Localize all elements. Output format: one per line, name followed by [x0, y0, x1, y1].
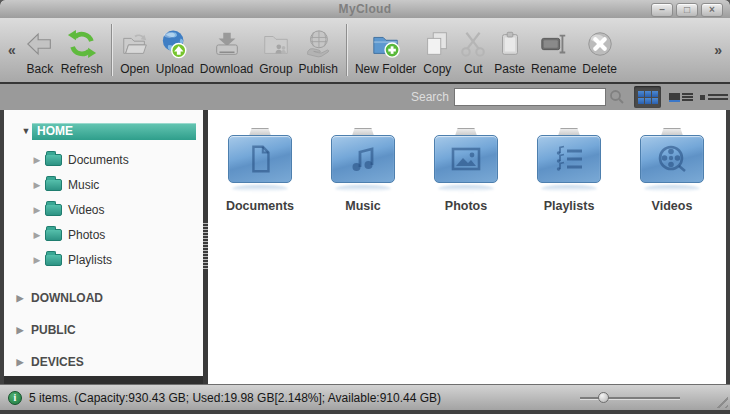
folder-playlists[interactable]: Playlists: [531, 128, 607, 213]
toolbar-separator: [346, 24, 347, 76]
window-bottom-border: [0, 410, 730, 414]
sidebar-item-label: DOWNLOAD: [31, 291, 103, 305]
sidebar-item-devices[interactable]: ▶ DEVICES: [4, 346, 203, 376]
zoom-slider-knob[interactable]: [598, 392, 609, 403]
sidebar-item-public[interactable]: ▶ PUBLIC: [4, 314, 203, 346]
toolbar-group-transfer: Open Upload: [115, 18, 343, 82]
publish-button[interactable]: Publish: [296, 27, 341, 78]
chevron-right-icon[interactable]: ▶: [14, 325, 26, 335]
folder-music[interactable]: Music: [325, 128, 401, 213]
sidebar-item-home[interactable]: ▼ HOME: [4, 122, 203, 140]
open-folder-icon: [120, 29, 150, 59]
list-view-button[interactable]: [667, 86, 694, 108]
search-bar: Search: [0, 84, 730, 110]
refresh-icon: [67, 29, 97, 59]
folder-videos[interactable]: Videos: [634, 128, 710, 213]
new-folder-button[interactable]: New Folder: [352, 27, 419, 78]
refresh-button[interactable]: Refresh: [58, 27, 106, 78]
minimize-button[interactable]: –: [651, 3, 673, 17]
sidebar-item-playlists[interactable]: ▶ Playlists: [4, 247, 203, 272]
sidebar-item-download[interactable]: ▶ DOWNLOAD: [4, 282, 203, 314]
sidebar-item-label: Documents: [68, 153, 129, 167]
sidebar-item-videos[interactable]: ▶ Videos: [4, 197, 203, 222]
toolbar-separator: [111, 24, 112, 76]
detail-view-button[interactable]: [700, 86, 727, 108]
toolbar-collapse-left-icon[interactable]: «: [4, 42, 20, 58]
splitter-grip-icon: [203, 223, 208, 271]
chevron-right-icon[interactable]: ▶: [31, 205, 43, 215]
maximize-button[interactable]: □: [676, 3, 698, 17]
photos-folder-icon: [434, 128, 498, 190]
sidebar-item-documents[interactable]: ▶ Documents: [4, 147, 203, 172]
mycloud-window: MyCloud – □ × « Back: [0, 0, 730, 414]
publish-globe-icon: [303, 29, 333, 59]
upload-button[interactable]: Upload: [153, 27, 197, 78]
toolbar-group-edit: New Folder Copy: [350, 18, 622, 82]
folder-icon: [45, 154, 62, 166]
status-text: 5 items. (Capacity:930.43 GB; Used:19.98…: [29, 391, 580, 405]
chevron-right-icon[interactable]: ▶: [31, 255, 43, 265]
grid-view-button[interactable]: [634, 86, 661, 108]
search-icon[interactable]: [606, 87, 628, 107]
new-folder-icon: [371, 29, 401, 59]
sidebar-horizontal-scrollbar[interactable]: [4, 376, 203, 384]
resize-grip-icon[interactable]: [714, 394, 728, 408]
sidebar-item-music[interactable]: ▶ Music: [4, 172, 203, 197]
back-icon: [25, 29, 55, 59]
sidebar-item-label: Music: [68, 178, 99, 192]
toolbar-group-nav: Back Refresh: [20, 18, 108, 82]
sidebar-item-label: Photos: [68, 228, 105, 242]
documents-folder-icon: [228, 128, 292, 190]
chevron-right-icon[interactable]: ▶: [14, 293, 26, 303]
close-button[interactable]: ×: [701, 3, 723, 17]
open-button[interactable]: Open: [117, 27, 153, 78]
zoom-slider-track: [580, 397, 680, 399]
main-area: ▼ HOME ▶ Documents ▶ Music ▶ Videos: [0, 110, 730, 384]
rename-button[interactable]: Rename: [528, 27, 579, 78]
folder-label: Music: [345, 199, 380, 213]
folder-grid: Documents Music: [208, 110, 730, 384]
search-input[interactable]: [454, 88, 606, 106]
folder-photos[interactable]: Photos: [428, 128, 504, 213]
sidebar-splitter[interactable]: [203, 110, 208, 384]
sidebar-item-photos[interactable]: ▶ Photos: [4, 222, 203, 247]
grid-view-icon: [638, 91, 658, 104]
copy-button[interactable]: Copy: [419, 27, 455, 78]
sidebar-item-label: HOME: [32, 123, 196, 140]
title-bar[interactable]: MyCloud – □ ×: [0, 0, 730, 18]
download-button[interactable]: Download: [197, 27, 256, 78]
music-folder-icon: [331, 128, 395, 190]
chevron-right-icon[interactable]: ▶: [14, 357, 26, 367]
group-button[interactable]: Group: [256, 27, 295, 78]
sidebar-item-label: Playlists: [68, 253, 112, 267]
chevron-down-icon[interactable]: ▼: [20, 126, 32, 136]
chevron-right-icon[interactable]: ▶: [31, 180, 43, 190]
file-view[interactable]: Documents Music: [208, 110, 726, 384]
folder-label: Documents: [226, 199, 294, 213]
zoom-slider[interactable]: [580, 392, 680, 404]
delete-button[interactable]: Delete: [579, 27, 620, 78]
folder-label: Photos: [445, 199, 487, 213]
detail-view-icon: [700, 92, 728, 102]
list-view-icon: [669, 92, 693, 102]
sidebar: ▼ HOME ▶ Documents ▶ Music ▶ Videos: [4, 110, 203, 384]
folder-icon: [45, 179, 62, 191]
folder-icon: [45, 254, 62, 266]
videos-folder-icon: [640, 128, 704, 190]
window-controls: – □ ×: [651, 3, 723, 17]
copy-icon: [422, 29, 452, 59]
paste-button[interactable]: Paste: [491, 27, 528, 78]
folder-label: Videos: [652, 199, 693, 213]
folder-documents[interactable]: Documents: [222, 128, 298, 213]
cut-button[interactable]: Cut: [455, 27, 491, 78]
search-label: Search: [411, 90, 449, 104]
sidebar-item-label: PUBLIC: [31, 323, 76, 337]
toolbar-collapse-right-icon[interactable]: »: [710, 42, 726, 58]
status-bar: i 5 items. (Capacity:930.43 GB; Used:19.…: [0, 384, 730, 410]
chevron-right-icon[interactable]: ▶: [31, 155, 43, 165]
folder-tree: ▼ HOME ▶ Documents ▶ Music ▶ Videos: [4, 110, 203, 376]
back-button[interactable]: Back: [22, 27, 58, 78]
cut-scissors-icon: [458, 29, 488, 59]
window-title: MyCloud: [339, 2, 392, 16]
chevron-right-icon[interactable]: ▶: [31, 230, 43, 240]
